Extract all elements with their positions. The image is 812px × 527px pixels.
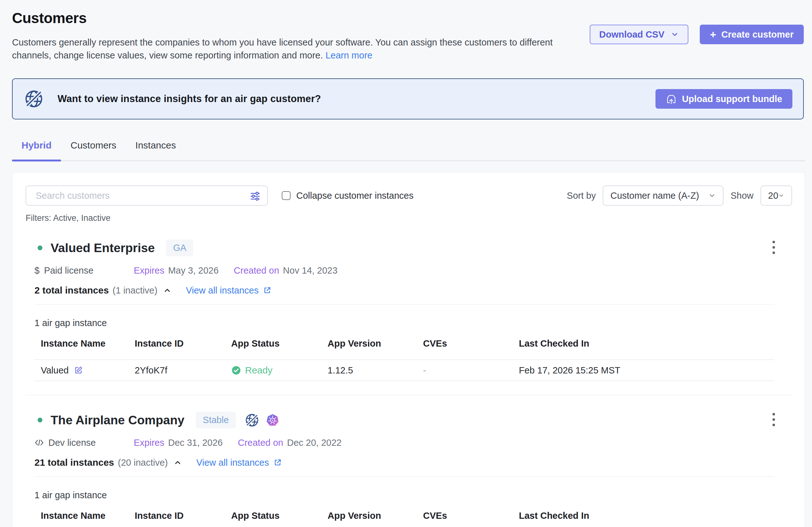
expires-label: Expires [134, 265, 164, 276]
table-header-row: Instance Name Instance ID App Status App… [34, 338, 774, 360]
download-csv-label: Download CSV [599, 29, 664, 40]
column-header-app-version: App Version [328, 511, 423, 521]
created-value: Dec 20, 2022 [287, 437, 342, 448]
show-select[interactable]: 20 [760, 185, 792, 206]
filter-sliders-icon[interactable] [249, 191, 261, 202]
airgap-instance-heading: 1 air gap instance [34, 490, 792, 500]
expires-value: Dec 31, 2026 [168, 437, 223, 448]
customer-meta-row: Dev license Expires Dec 31, 2026 Created… [34, 437, 792, 448]
last-checked-in: Feb 17, 2026 15:25 MST [519, 365, 774, 376]
customer-meta-row: $ Paid license Expires May 3, 2026 Creat… [34, 265, 792, 276]
instance-row: Valued 2YfoK7f Ready 1.12.5 - Feb 17, 20… [34, 360, 774, 381]
airgap-banner: Want to view instance insights for an ai… [12, 78, 804, 119]
collapse-section-button[interactable] [162, 286, 172, 295]
external-link-icon [263, 286, 271, 295]
column-header-app-status: App Status [231, 511, 328, 521]
license-type-label: Paid license [44, 265, 93, 276]
chevron-up-icon [163, 286, 171, 295]
total-instances: 2 total instances [34, 285, 109, 296]
view-tabs: Hybrid Customers Instances [12, 140, 805, 161]
customer-menu-button[interactable] [769, 410, 778, 430]
column-header-instance-id: Instance ID [135, 511, 231, 521]
instances-table: Instance Name Instance ID App Status App… [34, 511, 774, 527]
list-controls: Collapse customer instances Sort by Cust… [26, 185, 792, 206]
created-group: Created on Nov 14, 2023 [234, 265, 337, 276]
create-customer-button[interactable]: + Create customer [700, 25, 804, 44]
column-header-last-checked-in: Last Checked In [519, 338, 774, 349]
air-gap-globe-icon [245, 413, 259, 427]
license-type-label: Dev license [48, 437, 96, 448]
page-header: Customers Customers generally represent … [0, 0, 812, 62]
search-input[interactable] [26, 191, 267, 201]
collapse-section-button[interactable] [173, 458, 183, 467]
app-status-cell: Ready [231, 365, 328, 376]
chevron-up-icon [174, 458, 182, 467]
sort-show-controls: Sort by Customer name (A-Z) Show 20 [567, 185, 792, 206]
filters-summary: Filters: Active, Inactive [26, 213, 792, 223]
customers-card: Collapse customer instances Sort by Cust… [12, 172, 805, 527]
created-label: Created on [238, 437, 283, 448]
inactive-count: (20 inactive) [118, 457, 168, 468]
divider [34, 477, 774, 477]
section-divider [26, 395, 792, 395]
create-customer-label: Create customer [721, 29, 794, 40]
instances-table: Instance Name Instance ID App Status App… [34, 338, 774, 381]
expires-label: Expires [134, 437, 164, 448]
upload-support-bundle-button[interactable]: Upload support bundle [655, 89, 793, 109]
sort-by-label: Sort by [567, 191, 596, 201]
tab-customers[interactable]: Customers [61, 140, 126, 161]
tab-instances[interactable]: Instances [126, 140, 185, 161]
license-type: Dev license [34, 437, 134, 448]
instance-id: 2YfoK7f [135, 365, 231, 376]
show-select-value: 20 [768, 191, 778, 201]
customer-name[interactable]: Valued Enterprise [50, 240, 155, 257]
sort-select[interactable]: Customer name (A-Z) [603, 185, 723, 206]
header-actions: Download CSV + Create customer [590, 25, 804, 44]
active-status-dot [38, 418, 42, 422]
customer-section-valued-enterprise: Valued Enterprise GA $ Paid license Expi… [26, 238, 792, 381]
more-vertical-icon [772, 412, 775, 427]
collapse-instances-checkbox[interactable] [282, 191, 291, 200]
code-icon [34, 438, 44, 447]
column-header-instance-id: Instance ID [135, 338, 231, 349]
learn-more-link[interactable]: Learn more [325, 50, 372, 60]
column-header-last-checked-in: Last Checked In [519, 511, 774, 521]
column-header-cves: CVEs [423, 511, 519, 521]
chevron-down-icon [778, 192, 784, 199]
chevron-down-icon [708, 192, 716, 199]
banner-title: Want to view instance insights for an ai… [58, 93, 321, 105]
column-header-instance-name: Instance Name [41, 511, 135, 521]
edit-icon[interactable] [74, 365, 83, 375]
check-circle-icon [231, 365, 241, 375]
customer-name[interactable]: The Airplane Company [50, 412, 184, 429]
license-type: $ Paid license [34, 265, 134, 276]
total-instances: 21 total instances [34, 457, 114, 468]
inactive-count: (1 inactive) [113, 285, 158, 296]
created-value: Nov 14, 2023 [283, 265, 338, 276]
download-csv-button[interactable]: Download CSV [590, 25, 688, 44]
sort-select-value: Customer name (A-Z) [610, 191, 699, 201]
column-header-cves: CVEs [423, 338, 519, 349]
active-status-dot [38, 245, 42, 250]
external-link-icon [274, 458, 282, 467]
instances-summary-row: 21 total instances (20 inactive) View al… [34, 457, 792, 468]
tab-hybrid[interactable]: Hybrid [12, 140, 61, 161]
view-all-instances-label: View all instances [186, 285, 259, 296]
view-all-instances-label: View all instances [197, 457, 269, 468]
view-all-instances-link[interactable]: View all instances [197, 457, 282, 468]
upload-bundle-icon [666, 93, 677, 105]
more-vertical-icon [772, 240, 775, 255]
customer-menu-button[interactable] [769, 238, 778, 258]
plus-icon: + [710, 29, 716, 40]
channel-badge: GA [166, 240, 193, 256]
page-description-text: Customers generally represent the compan… [12, 37, 553, 60]
view-all-instances-link[interactable]: View all instances [186, 285, 271, 296]
table-header-row: Instance Name Instance ID App Status App… [34, 511, 774, 527]
expires-value: May 3, 2026 [168, 265, 219, 276]
capability-icons [245, 413, 279, 427]
customer-section-airplane-company: The Airplane Company Stable [26, 410, 792, 527]
upload-support-bundle-label: Upload support bundle [682, 94, 782, 104]
column-header-app-version: App Version [328, 338, 423, 349]
dollar-icon: $ [34, 265, 40, 276]
page-title: Customers [12, 10, 804, 27]
